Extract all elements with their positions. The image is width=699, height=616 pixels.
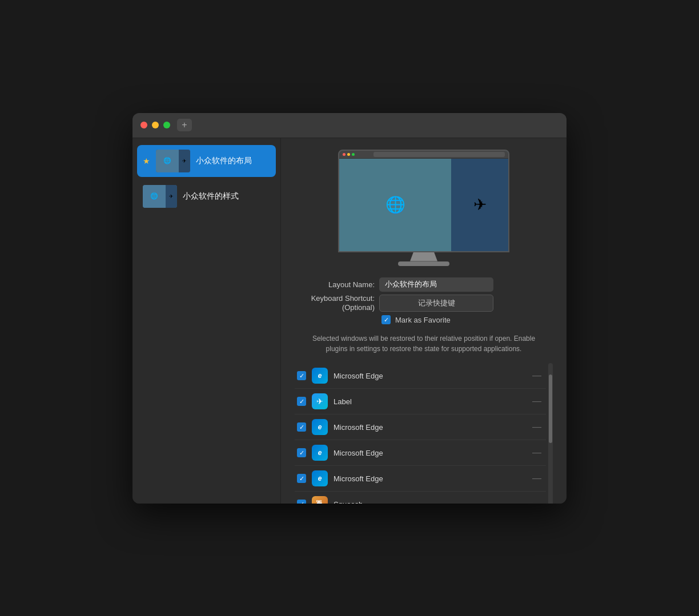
- app-remove-3[interactable]: —: [530, 420, 544, 434]
- monitor-preview: 🌐 ✈: [295, 150, 553, 266]
- favorite-checkbox[interactable]: [381, 315, 391, 324]
- app-check-3[interactable]: [297, 422, 306, 432]
- monitor-urlbar: [373, 152, 505, 157]
- app-icon-squoosh: 🗜: [312, 496, 328, 503]
- app-list-container: e Microsoft Edge — ✈ Label —: [295, 363, 553, 503]
- add-tab-button[interactable]: +: [177, 119, 192, 131]
- layout-name-row: Layout Name:: [295, 277, 553, 292]
- app-name-4: Microsoft Edge: [334, 449, 524, 457]
- monitor-screen: 🌐 ✈: [338, 150, 509, 252]
- app-icon-edge-2: e: [312, 419, 328, 435]
- monitor-dot-red: [343, 153, 346, 156]
- thumb-edge: 🌐: [156, 150, 179, 172]
- close-button[interactable]: [140, 122, 147, 128]
- shortcut-button[interactable]: 记录快捷键: [379, 295, 493, 312]
- app-row-4: e Microsoft Edge —: [295, 440, 546, 466]
- app-check-1[interactable]: [297, 371, 306, 380]
- thumb2-telegram: ✈: [166, 185, 177, 208]
- monitor-wrap: 🌐 ✈: [338, 150, 509, 266]
- app-name-5: Microsoft Edge: [334, 474, 524, 483]
- monitor-edge-icon: 🌐: [385, 195, 405, 214]
- app-row-2: ✈ Label —: [295, 389, 546, 414]
- content-area: ★ 🌐 ✈ 小众软件的布局: [132, 138, 567, 504]
- main-panel: 🌐 ✈ Layout Name:: [281, 138, 567, 504]
- layout2-name: 小众软件的样式: [183, 191, 239, 202]
- app-name-1: Microsoft Edge: [334, 372, 524, 380]
- monitor-telegram-icon: ✈: [473, 195, 487, 214]
- titlebar: +: [132, 113, 567, 138]
- app-row-5: e Microsoft Edge —: [295, 466, 546, 492]
- app-remove-2[interactable]: —: [530, 394, 544, 408]
- app-row-6: 🗜 Squoosh —: [295, 492, 546, 503]
- layout1-thumbnail: 🌐 ✈: [156, 150, 190, 172]
- monitor-dot-green: [352, 153, 355, 156]
- star-icon: ★: [143, 156, 150, 166]
- favorite-label: Mark as Favorite: [395, 316, 451, 324]
- shortcut-label: Keyboard Shortcut: (Optional): [295, 294, 375, 313]
- app-name-6: Squoosh: [334, 500, 524, 504]
- layout-name-label: Layout Name:: [295, 280, 375, 289]
- app-icon-edge-3: e: [312, 445, 328, 461]
- app-remove-4[interactable]: —: [530, 446, 544, 460]
- minimize-button[interactable]: [152, 122, 159, 128]
- sidebar: ★ 🌐 ✈ 小众软件的布局: [132, 138, 281, 504]
- app-remove-1[interactable]: —: [530, 369, 544, 383]
- add-icon: +: [182, 120, 187, 130]
- shortcut-row: Keyboard Shortcut: (Optional) 记录快捷键: [295, 294, 553, 313]
- monitor-right-pane: ✈: [451, 159, 508, 251]
- app-name-2: Label: [334, 397, 524, 406]
- layout-name-input[interactable]: [379, 277, 493, 292]
- monitor-left-pane: 🌐: [339, 159, 451, 251]
- monitor-topbar: [339, 151, 508, 159]
- monitor-dot-yellow: [347, 153, 350, 156]
- scrollbar-track[interactable]: [548, 363, 553, 503]
- app-icon-edge-1: e: [312, 368, 328, 384]
- layout1-name: 小众软件的布局: [196, 156, 252, 166]
- app-list: e Microsoft Edge — ✈ Label —: [295, 363, 546, 503]
- layout2-thumbnail: 🌐 ✈: [143, 185, 177, 208]
- app-check-2[interactable]: [297, 397, 306, 406]
- thumb2-edge: 🌐: [143, 185, 166, 208]
- sidebar-item-layout2[interactable]: 🌐 ✈ 小众软件的样式: [137, 180, 276, 212]
- monitor-stand: [407, 252, 441, 261]
- form-section: Layout Name: Keyboard Shortcut: (Optiona…: [295, 277, 553, 325]
- app-check-5[interactable]: [297, 474, 306, 483]
- app-name-3: Microsoft Edge: [334, 423, 524, 432]
- thumb-telegram: ✈: [179, 150, 190, 172]
- app-remove-5[interactable]: —: [530, 472, 544, 485]
- app-row-1: e Microsoft Edge —: [295, 363, 546, 389]
- app-row-3: e Microsoft Edge —: [295, 414, 546, 440]
- monitor-content: 🌐 ✈: [339, 159, 508, 251]
- app-icon-telegram: ✈: [312, 393, 328, 409]
- app-check-4[interactable]: [297, 448, 306, 457]
- main-window: + ★ 🌐 ✈ 小众软件的布局: [132, 113, 567, 504]
- app-check-6[interactable]: [297, 500, 306, 503]
- app-remove-6[interactable]: —: [530, 497, 544, 503]
- scrollbar-thumb[interactable]: [549, 375, 552, 443]
- fullscreen-button[interactable]: [163, 122, 170, 128]
- monitor-base: [398, 261, 449, 266]
- sidebar-item-layout1[interactable]: ★ 🌐 ✈ 小众软件的布局: [137, 145, 276, 177]
- info-text: Selected windows will be restored to the…: [295, 333, 553, 354]
- favorite-row: Mark as Favorite: [381, 315, 553, 324]
- app-icon-edge-4: e: [312, 470, 328, 486]
